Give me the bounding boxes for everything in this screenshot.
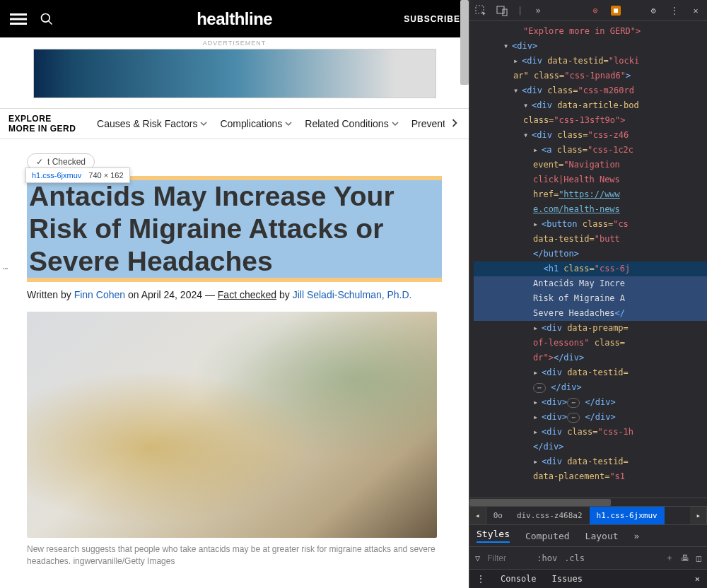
subscribe-link[interactable]: SUBSCRIBE [404,14,460,24]
dom-tree[interactable]: "Explore more in GERD"> ▾<div> ▸<div dat… [469,21,707,498]
author-link[interactable]: Finn Cohen [74,289,125,300]
svg-point-3 [42,13,50,22]
subnav-next-icon[interactable] [445,117,464,130]
console-tab[interactable]: Console [501,574,537,584]
ad-banner[interactable] [33,49,436,98]
close-devtools-icon[interactable]: ✕ [690,5,701,16]
subnav-item-complications[interactable]: Complications [220,118,292,129]
image-caption: New research suggests that people who ta… [27,543,442,568]
svg-rect-1 [10,18,27,20]
hero-image [27,312,437,538]
fact-checked-link[interactable]: Fact checked [218,289,276,300]
crumb-item[interactable]: div.css-z468a2 [510,507,590,524]
tab-styles[interactable]: Styles [477,529,510,543]
article-title: Antacids May Increase Your Risk of Migra… [27,180,442,278]
explore-label: EXPLORE MORE IN GERD [8,114,80,134]
subnav-item-related[interactable]: Related Conditions [305,118,398,129]
devtools-horizontal-scrollbar[interactable] [469,498,707,506]
tab-layout[interactable]: Layout [585,531,619,541]
site-logo[interactable]: healthline [65,9,404,29]
subnav: EXPLORE MORE IN GERD Causes & Risk Facto… [0,108,469,139]
warnings-icon[interactable]: ■ [611,6,621,16]
issues-tab[interactable]: Issues [552,574,583,584]
tooltip-selector: h1.css-6jxmuv [32,171,81,180]
crumb-next-icon[interactable]: ▸ [690,507,707,524]
svg-rect-0 [10,13,27,16]
print-simulation-icon[interactable]: 🖶 [681,553,689,563]
tab-overflow-icon[interactable]: » [634,531,640,541]
overflow-icon[interactable]: » [532,5,544,16]
crumb-item-active[interactable]: h1.css-6jxmuv [590,507,665,524]
check-icon: ✓ [36,157,43,167]
kebab-icon[interactable]: ⋮ [669,5,680,16]
settings-icon[interactable]: ⚙ [648,5,659,16]
breadcrumb-bar: ◂ 0o div.css-z468a2 h1.css-6jxmuv ▸ [469,506,707,524]
inspector-tooltip: h1.css-6jxmuv 740 × 162 [25,167,130,183]
devtools-panel: | » ⊗ ■ ⚙ ⋮ ✕ "Explore more in GERD"> ▾<… [469,0,707,588]
layout-sidebar-icon[interactable]: ◫ [696,553,701,563]
responsive-mode-icon[interactable] [496,5,508,16]
new-rule-icon[interactable]: ＋ [665,552,674,564]
styles-tabs: Styles Computed Layout » [469,524,707,547]
styles-filterbar: ▽ :hov .cls ＋ 🖶 ◫ [469,547,707,570]
inspect-element-icon[interactable] [475,5,486,16]
search-icon[interactable] [37,9,57,29]
selected-dom-node[interactable]: ⋯ <h1 class="css-6j [474,261,707,276]
highlight-margin-overlay: Antacids May Increase Your Risk of Migra… [27,176,442,282]
hov-toggle[interactable]: :hov [537,553,557,563]
subnav-item-causes[interactable]: Causes & Risk Factors [97,118,207,129]
subnav-item-prevention[interactable]: Preventi [411,118,448,129]
console-drawer: ⋮ Console Issues ✕ [469,570,707,588]
page-scrollbar[interactable] [460,0,469,85]
topbar: healthline SUBSCRIBE [0,0,469,37]
filter-icon[interactable]: ▽ [475,553,480,563]
crumb-item[interactable]: 0o [486,507,510,524]
tooltip-dimensions: 740 × 162 [88,171,123,180]
close-drawer-icon[interactable]: ✕ [695,574,700,584]
ad-label: ADVERTISEMENT [0,37,469,49]
svg-line-4 [49,20,52,24]
svg-rect-2 [10,23,27,25]
drawer-kebab-icon[interactable]: ⋮ [477,574,485,584]
hamburger-icon[interactable] [8,9,28,29]
byline: Written by Finn Cohen on April 24, 2024 … [27,289,442,300]
svg-rect-7 [503,9,507,16]
checker-link[interactable]: Jill Seladi-Schulman, Ph.D. [293,289,412,300]
errors-icon[interactable]: ⊗ [590,5,601,16]
tab-computed[interactable]: Computed [525,531,570,541]
filter-input[interactable] [487,553,530,563]
cls-toggle[interactable]: .cls [564,553,585,563]
crumb-prev-icon[interactable]: ◂ [469,507,486,524]
devtools-toolbar: | » ⊗ ■ ⚙ ⋮ ✕ [469,0,707,21]
